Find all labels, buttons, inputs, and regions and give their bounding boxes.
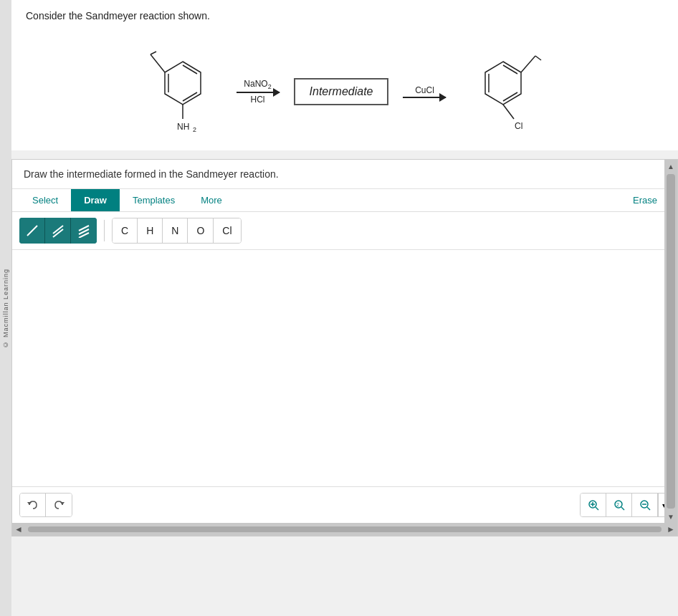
bottom-bar: 2 ▾ [12, 486, 677, 523]
single-bond-button[interactable] [19, 218, 45, 244]
svg-line-14 [535, 56, 541, 60]
zoom-in-button[interactable] [581, 494, 606, 516]
draw-panel-question: Draw the intermediate formed in the Sand… [12, 160, 677, 189]
atom-cl-button[interactable]: Cl [214, 218, 240, 244]
tab-templates[interactable]: Templates [120, 189, 188, 211]
reaction-arrow-2 [403, 97, 446, 98]
sidebar: © Macmillan Learning [0, 0, 11, 616]
scroll-left-button[interactable]: ◄ [12, 523, 25, 536]
atom-n-button[interactable]: N [163, 218, 188, 244]
drawing-canvas[interactable] [12, 250, 677, 486]
arrow-section-2: CuCl [403, 85, 446, 98]
atom-o-button[interactable]: O [188, 218, 214, 244]
toolbar: C H N O Cl [12, 212, 677, 250]
zoom-fit-button[interactable]: 2 [606, 494, 632, 516]
tab-draw[interactable]: Draw [71, 189, 120, 211]
horizontal-scrollbar[interactable]: ◄ ► [12, 523, 677, 536]
scroll-down-button[interactable]: ▼ [665, 510, 677, 523]
svg-line-4 [151, 54, 165, 72]
draw-panel: Draw the intermediate formed in the Sand… [11, 159, 678, 536]
svg-marker-23 [27, 502, 32, 505]
atom-group: C H N O Cl [112, 218, 242, 244]
atom-c-button[interactable]: C [113, 218, 138, 244]
cuci-label: CuCl [415, 85, 434, 95]
scroll-up-button[interactable]: ▲ [665, 160, 677, 173]
redo-button[interactable] [46, 494, 72, 516]
scroll-right-button[interactable]: ► [664, 523, 677, 536]
svg-line-5 [151, 52, 156, 54]
scroll-thumb [667, 174, 675, 509]
svg-line-30 [621, 507, 624, 510]
product-molecule: Cl [460, 47, 546, 136]
atom-h-button[interactable]: H [138, 218, 163, 244]
reactant-molecule: NH 2 [143, 47, 222, 136]
header-section: Consider the Sandmeyer reaction shown. [11, 0, 678, 150]
tabs-row: Select Draw Templates More Erase [12, 189, 677, 212]
svg-text:2: 2 [193, 126, 196, 133]
svg-marker-9 [485, 62, 521, 105]
undo-redo-group [19, 493, 72, 517]
double-bond-button[interactable] [45, 218, 71, 244]
svg-marker-0 [165, 62, 201, 105]
arrow-section-1: NaNO2 HCl [237, 79, 280, 105]
svg-marker-24 [60, 502, 65, 505]
zoom-out-button[interactable] [632, 494, 658, 516]
tab-more[interactable]: More [188, 189, 235, 211]
intermediate-box: Intermediate [294, 78, 389, 105]
toolbar-separator [104, 220, 105, 241]
erase-button[interactable]: Erase [620, 189, 670, 211]
reagent-1: NaNO2 [244, 79, 271, 90]
svg-text:Cl: Cl [515, 121, 522, 131]
tab-select[interactable]: Select [19, 189, 71, 211]
bond-group [19, 218, 97, 244]
vertical-scrollbar[interactable]: ▲ ▼ [664, 160, 677, 523]
reaction-arrow-1 [237, 92, 280, 93]
svg-line-15 [503, 105, 514, 119]
undo-button[interactable] [20, 494, 46, 516]
zoom-group: 2 ▾ [580, 493, 670, 517]
scroll-track [28, 526, 662, 532]
reagent-2: HCl [251, 95, 265, 105]
svg-text:2: 2 [616, 502, 619, 507]
svg-text:NH: NH [177, 122, 189, 132]
svg-line-26 [596, 507, 598, 510]
svg-line-13 [521, 56, 535, 72]
triple-bond-button[interactable] [71, 218, 97, 244]
question-text: Consider the Sandmeyer reaction shown. [26, 10, 664, 21]
reaction-diagram: NH 2 NaNO2 HCl [26, 33, 664, 143]
svg-line-17 [27, 226, 37, 236]
sidebar-label: © Macmillan Learning [2, 269, 9, 348]
svg-line-33 [647, 507, 650, 510]
